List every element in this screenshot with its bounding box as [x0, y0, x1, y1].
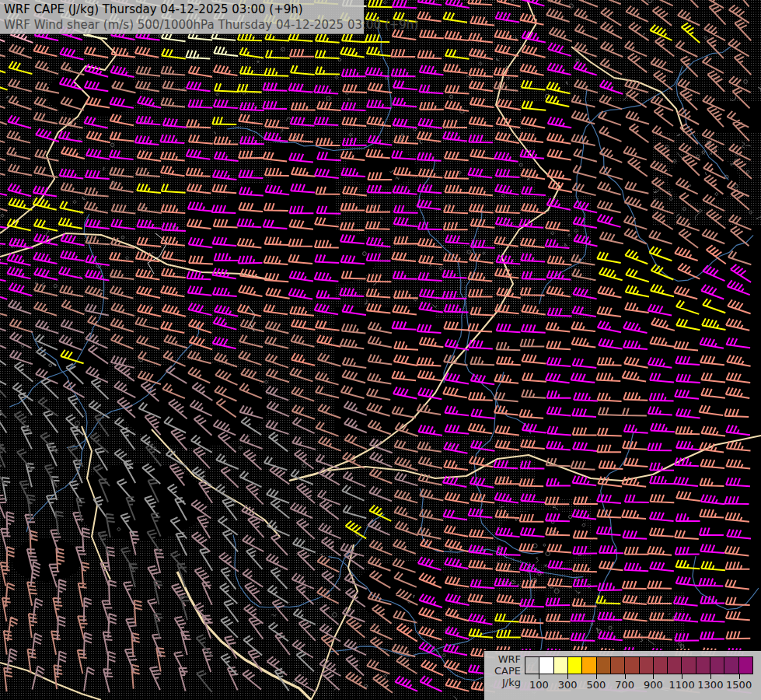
- legend-swatch: [667, 656, 682, 674]
- legend-tick-label: 500: [586, 679, 606, 691]
- legend-label-column: WRF CAPE J/kg: [484, 653, 521, 688]
- legend-swatch: [581, 656, 596, 674]
- legend-variable-label: CAPE: [484, 665, 521, 677]
- legend-swatch: [553, 656, 568, 674]
- legend-tick-label: 300: [558, 679, 578, 691]
- legend-swatch: [539, 656, 553, 674]
- legend-swatch: [710, 656, 724, 674]
- legend-tick-label: 100: [529, 679, 549, 691]
- legend-swatch: [724, 656, 738, 674]
- legend-swatch: [639, 656, 654, 674]
- cape-legend: WRF CAPE J/kg 10030050070090011001300150…: [483, 650, 761, 700]
- legend-model-label: WRF: [484, 653, 521, 665]
- legend-swatch: [624, 656, 639, 674]
- legend-tick-label: 1100: [669, 679, 695, 691]
- weather-map: [0, 0, 761, 700]
- legend-tick-label: 1500: [726, 679, 752, 691]
- legend-swatch: [653, 656, 668, 674]
- legend-color-scale: [525, 656, 753, 674]
- legend-swatch: [525, 656, 539, 674]
- legend-swatch: [738, 656, 753, 674]
- legend-tick-label: 700: [615, 679, 634, 691]
- legend-swatch: [610, 656, 625, 674]
- legend-swatch: [596, 656, 611, 674]
- legend-units-label: J/kg: [484, 677, 521, 688]
- legend-swatch: [567, 656, 582, 674]
- legend-tick-label: 900: [644, 679, 663, 691]
- title-bar: WRF CAPE (J/kg) Thursday 04-12-2025 03:0…: [0, 0, 364, 34]
- legend-tick-label: 1300: [697, 679, 723, 691]
- title-line-windshear: WRF Wind shear (m/s) 500/1000hPa Thursda…: [4, 17, 364, 33]
- legend-swatch: [696, 656, 710, 674]
- title-line-cape: WRF CAPE (J/kg) Thursday 04-12-2025 03:0…: [4, 2, 364, 17]
- legend-swatch: [681, 656, 696, 674]
